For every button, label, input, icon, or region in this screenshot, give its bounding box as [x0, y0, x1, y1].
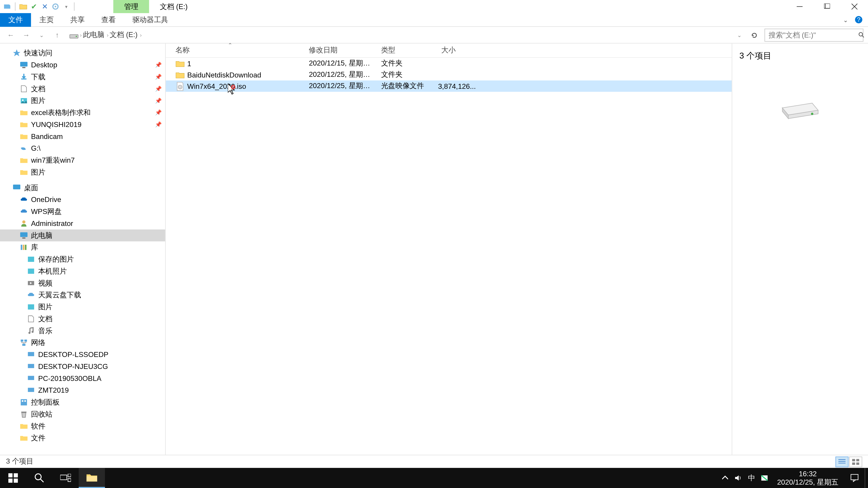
- ribbon-tab-home[interactable]: 主页: [31, 13, 62, 27]
- tree-pc1[interactable]: DESKTOP-LSSOEDP: [0, 349, 165, 361]
- tree-libraries[interactable]: 库: [0, 241, 165, 253]
- breadcrumb-thispc[interactable]: 此电脑›: [83, 30, 108, 40]
- tree-admin[interactable]: Administrator: [0, 218, 165, 230]
- qat-folder-icon[interactable]: [19, 2, 28, 11]
- tree-win7rein[interactable]: win7重装win7: [0, 154, 165, 166]
- tree-quick-access[interactable]: 快速访问: [0, 47, 165, 59]
- nav-recent-dropdown[interactable]: ⌄: [36, 29, 48, 41]
- qat-check-icon[interactable]: ✔: [29, 2, 39, 11]
- tree-downloads[interactable]: 下载📌: [0, 71, 165, 83]
- task-view-button[interactable]: [53, 468, 79, 488]
- tree-desktop[interactable]: Desktop📌: [0, 59, 165, 71]
- file-row[interactable]: 12020/12/15, 星期二 1...文件夹: [166, 58, 732, 69]
- tree-video[interactable]: 视频: [0, 277, 165, 289]
- svg-point-25: [31, 331, 33, 333]
- start-button[interactable]: [0, 468, 26, 488]
- search-icon[interactable]: [858, 31, 865, 38]
- task-explorer-button[interactable]: [79, 468, 105, 488]
- breadcrumb-drive-icon: [69, 30, 79, 39]
- tree-recycle[interactable]: 回收站: [0, 408, 165, 420]
- tree-documents2[interactable]: 文档: [0, 313, 165, 325]
- tree-yunqishi[interactable]: YUNQISHI2019📌: [0, 119, 165, 131]
- column-type[interactable]: 类型: [371, 43, 432, 57]
- nav-up-button[interactable]: ↑: [51, 29, 63, 41]
- svg-rect-45: [8, 473, 12, 477]
- svg-rect-47: [8, 479, 12, 483]
- column-size[interactable]: 大小: [432, 43, 485, 57]
- pictures-icon: [26, 302, 36, 312]
- taskbar-clock[interactable]: 16:32 2020/12/25, 星期五: [771, 469, 844, 487]
- help-icon[interactable]: ?: [854, 15, 864, 24]
- tray-overflow-icon[interactable]: [719, 468, 732, 488]
- view-icons-button[interactable]: [849, 456, 862, 467]
- svg-rect-33: [21, 399, 27, 405]
- tree-camera-roll[interactable]: 本机照片: [0, 265, 165, 277]
- tree-excel[interactable]: excel表格制作求和📌: [0, 107, 165, 119]
- minimize-button[interactable]: [786, 0, 813, 13]
- ribbon-tab-share[interactable]: 共享: [62, 13, 93, 27]
- ribbon-expand-icon[interactable]: ⌄: [841, 15, 850, 24]
- svg-text:?: ?: [857, 16, 860, 23]
- nav-forward-button[interactable]: →: [20, 29, 32, 41]
- qat-dropdown-icon[interactable]: ▾: [61, 2, 71, 11]
- qat-gear-icon[interactable]: [51, 2, 60, 11]
- tree-saved-pics[interactable]: 保存的图片: [0, 253, 165, 265]
- svg-point-8: [859, 32, 863, 36]
- file-row[interactable]: BaiduNetdiskDownload2020/12/25, 星期五 1...…: [166, 69, 732, 80]
- svg-rect-28: [22, 344, 26, 346]
- tree-pc3[interactable]: PC-20190530OBLA: [0, 372, 165, 385]
- tray-ime-icon[interactable]: 中: [745, 468, 758, 488]
- tree-pc2[interactable]: DESKTOP-NJEU3CG: [0, 361, 165, 372]
- tree-wps[interactable]: WPS网盘: [0, 205, 165, 218]
- pin-icon: 📌: [155, 98, 162, 104]
- tree-gdrive[interactable]: G:\: [0, 142, 165, 154]
- drive-illustration: [779, 97, 821, 121]
- ribbon-tab-view[interactable]: 查看: [93, 13, 124, 27]
- close-button[interactable]: [841, 0, 868, 13]
- tree-thispc[interactable]: 此电脑: [0, 230, 165, 241]
- tree-pictures3[interactable]: 图片: [0, 301, 165, 313]
- folder-icon: [176, 59, 185, 68]
- search-box[interactable]: [765, 28, 864, 41]
- svg-rect-3: [825, 4, 830, 8]
- qat-close-icon[interactable]: ✕: [40, 2, 50, 11]
- breadcrumb-drive[interactable]: 文档 (E:)›: [110, 30, 142, 40]
- svg-point-12: [22, 99, 24, 101]
- tree-pc4[interactable]: ZMT2019: [0, 385, 165, 396]
- qat-app-icon[interactable]: [2, 2, 12, 11]
- tree-network[interactable]: 网络: [0, 337, 165, 349]
- tree-music[interactable]: 音乐: [0, 325, 165, 337]
- tree-pictures[interactable]: 图片📌: [0, 95, 165, 107]
- contextual-tab-manage[interactable]: 管理: [113, 0, 149, 13]
- tree-desktop-section[interactable]: 桌面: [0, 182, 165, 194]
- tree-tianyi[interactable]: 天翼云盘下载: [0, 289, 165, 301]
- address-dropdown[interactable]: ⌄: [737, 32, 744, 38]
- tree-bandicam[interactable]: Bandicam: [0, 131, 165, 142]
- column-date[interactable]: 修改日期: [299, 43, 371, 57]
- breadcrumb[interactable]: › 此电脑› 文档 (E:)›: [67, 30, 733, 40]
- tree-software[interactable]: 软件: [0, 420, 165, 432]
- tree-files[interactable]: 文件: [0, 432, 165, 444]
- tray-volume-icon[interactable]: [732, 468, 745, 488]
- tree-pictures2[interactable]: 图片: [0, 166, 165, 178]
- navigation-tree[interactable]: 快速访问 Desktop📌 下载📌 文档📌 图片📌 excel表格制作求和📌 Y…: [0, 43, 166, 455]
- ribbon-tab-file[interactable]: 文件: [0, 13, 31, 27]
- show-desktop-button[interactable]: [865, 468, 868, 488]
- nav-back-button[interactable]: ←: [5, 29, 17, 41]
- pictures-icon: [19, 96, 29, 105]
- tray-app-icon[interactable]: [758, 468, 771, 488]
- ribbon-tab-drivetools[interactable]: 驱动器工具: [124, 13, 177, 27]
- file-row[interactable]: Win7x64_2020.iso2020/12/25, 星期五 1...光盘映像…: [166, 80, 732, 92]
- search-input[interactable]: [769, 31, 858, 39]
- titlebar: ✔ ✕ ▾ 管理 文档 (E:): [0, 0, 868, 13]
- action-center-button[interactable]: 3: [844, 468, 865, 488]
- tree-control-panel[interactable]: 控制面板: [0, 396, 165, 408]
- file-rows[interactable]: 12020/12/15, 星期二 1...文件夹BaiduNetdiskDown…: [166, 58, 732, 455]
- maximize-button[interactable]: [813, 0, 841, 13]
- refresh-button[interactable]: [748, 28, 761, 41]
- downloads-icon: [19, 72, 29, 82]
- tree-onedrive[interactable]: OneDrive: [0, 194, 165, 205]
- view-details-button[interactable]: [835, 456, 848, 467]
- task-search-button[interactable]: [26, 468, 53, 488]
- tree-documents[interactable]: 文档📌: [0, 83, 165, 95]
